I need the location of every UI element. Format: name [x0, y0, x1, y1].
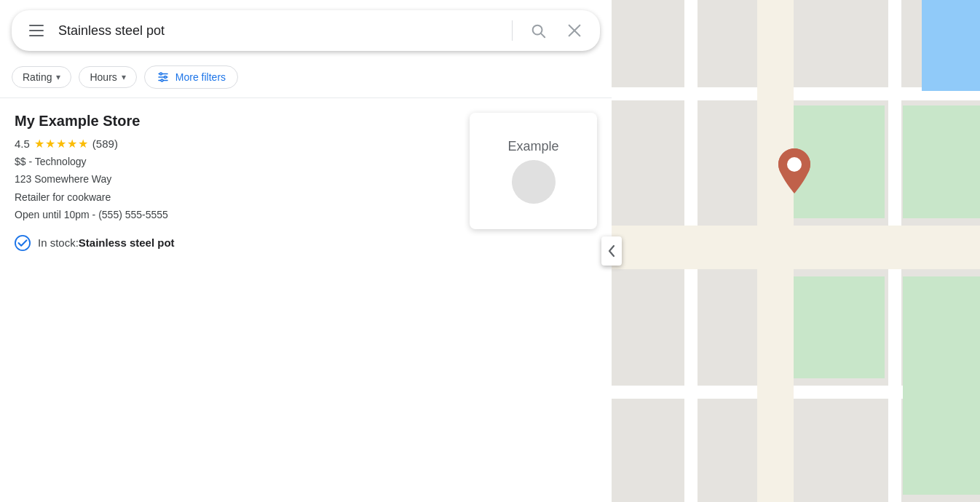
map-background: [612, 0, 980, 502]
store-address: 123 Somewhere Way: [15, 171, 455, 187]
svg-point-8: [164, 76, 166, 79]
map-green-block-4: [903, 105, 980, 218]
store-hours: Open until 10pm - (555) 555-5555: [15, 207, 455, 223]
rating-filter-label: Rating: [23, 71, 52, 83]
star-5: ★: [78, 137, 88, 151]
svg-line-1: [541, 33, 545, 37]
store-description: Retailer for cookware: [15, 189, 455, 205]
left-panel: Rating ▾ Hours ▾ More filters My Example…: [0, 0, 612, 502]
star-1: ★: [34, 137, 44, 151]
thumbnail-circle: [512, 160, 556, 204]
svg-point-10: [15, 235, 30, 250]
store-thumbnail[interactable]: Example: [470, 113, 597, 229]
results-area: My Example Store 4.5 ★ ★ ★ ★ ★ (589) $$ …: [0, 98, 612, 502]
stars: ★ ★ ★ ★ ★: [34, 137, 88, 151]
rating-chevron-icon: ▾: [56, 72, 60, 82]
close-icon: [566, 23, 582, 39]
svg-point-7: [159, 73, 162, 75]
in-stock-label: In stock:: [38, 236, 79, 249]
price-category: $$ - Technology: [15, 154, 455, 170]
hamburger-icon: [29, 25, 44, 36]
rating-filter-chip[interactable]: Rating ▾: [12, 66, 71, 88]
search-bar: [12, 10, 600, 51]
hours-filter-label: Hours: [90, 71, 116, 83]
in-stock-text: In stock:Stainless steel pot: [38, 236, 175, 249]
rating-number: 4.5: [15, 138, 30, 150]
star-2: ★: [45, 137, 55, 151]
hours-filter-chip[interactable]: Hours ▾: [79, 66, 136, 88]
svg-point-9: [161, 79, 163, 81]
star-3: ★: [56, 137, 66, 151]
star-4: ★: [67, 137, 77, 151]
collapse-panel-button[interactable]: [601, 236, 622, 266]
search-icon: [530, 23, 546, 39]
filter-bar: Rating ▾ Hours ▾ More filters: [0, 60, 612, 98]
map-road-vertical-major: [757, 0, 794, 502]
store-rating: 4.5 ★ ★ ★ ★ ★ (589): [15, 137, 455, 151]
in-stock-item: Stainless steel pot: [79, 236, 175, 249]
map-green-block-2: [779, 276, 885, 378]
review-count: (589): [92, 138, 118, 150]
search-divider: [512, 20, 513, 41]
svg-point-12: [787, 157, 802, 172]
store-info: My Example Store 4.5 ★ ★ ★ ★ ★ (589) $$ …: [15, 113, 455, 487]
map-road-horizontal-major: [612, 226, 980, 269]
more-filters-label: More filters: [175, 71, 226, 83]
location-pin-icon: [775, 146, 814, 196]
more-filters-button[interactable]: More filters: [144, 65, 238, 89]
clear-search-button[interactable]: [561, 17, 588, 44]
search-button[interactable]: [524, 17, 552, 44]
hours-chevron-icon: ▾: [122, 72, 126, 82]
thumbnail-label: Example: [507, 139, 558, 154]
in-stock-row: In stock:Stainless steel pot: [15, 235, 455, 251]
hamburger-menu-button[interactable]: [23, 19, 50, 42]
map-pin[interactable]: [775, 146, 814, 199]
chevron-left-icon: [607, 244, 616, 258]
in-stock-icon: [15, 235, 31, 251]
store-name[interactable]: My Example Store: [15, 113, 455, 130]
search-input[interactable]: [58, 23, 500, 39]
map-green-block-3: [903, 276, 980, 495]
map-blue-block: [922, 0, 980, 91]
search-bar-container: [0, 0, 612, 60]
map-panel[interactable]: [612, 0, 980, 502]
sliders-icon: [157, 71, 170, 84]
